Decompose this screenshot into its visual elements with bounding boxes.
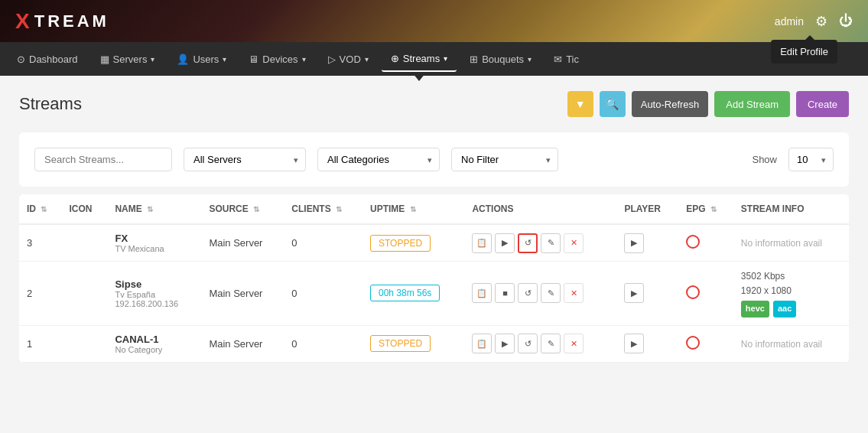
auto-refresh-button[interactable]: Auto-Refresh [632,91,709,117]
row-icon [62,325,108,362]
row-icon [62,224,108,262]
action-stop-btn[interactable]: ■ [495,283,515,303]
search-icon: 🔍 [606,98,619,110]
col-header-icon[interactable]: ICON [62,194,108,224]
stream-kbps: 3502 Kbps [741,269,841,284]
nav: ⊙ Dashboard ▦ Servers ▾ 👤 Users ▾ 🖥 Devi… [0,42,868,76]
streams-table-container: ID ⇅ ICON NAME ⇅ SOURCE ⇅ CLIENTS ⇅ UPTI… [19,194,849,363]
col-header-id[interactable]: ID ⇅ [19,194,62,224]
stream-codec-badges: hevc aac [741,301,841,317]
row-actions: 📋 ■ ↺ ✎ ✕ [464,262,616,326]
nav-label-devices: Devices [262,54,297,65]
tickets-icon: ✉ [554,54,562,65]
nav-item-bouquets[interactable]: ⊞ Bouquets ▾ [460,47,541,71]
chevron-down-icon: ▾ [444,54,447,63]
nav-item-servers[interactable]: ▦ Servers ▾ [91,47,164,71]
categories-select-wrapper: All Categories ▾ [317,148,440,171]
stream-name: CANAL-1 [115,334,193,345]
streams-table: ID ⇅ ICON NAME ⇅ SOURCE ⇅ CLIENTS ⇅ UPTI… [19,194,849,363]
streams-icon: ⊕ [391,53,399,64]
edit-profile-tooltip: Edit Profile [771,40,837,63]
chevron-down-icon: ▾ [302,55,306,63]
action-restart-btn[interactable]: ↺ [518,233,538,253]
player-play-btn[interactable]: ▶ [624,233,644,253]
col-header-name[interactable]: NAME ⇅ [107,194,201,224]
power-icon[interactable]: ⏻ [839,13,853,29]
col-header-epg[interactable]: EPG ⇅ [678,194,733,224]
stream-subtitle: Tv España [115,290,193,299]
table-row: 1 CANAL-1 No Category Main Server 0 STOP… [19,325,849,362]
row-epg [678,262,733,326]
col-header-actions: ACTIONS [464,194,616,224]
show-count-wrapper: 10 25 50 100 ▾ [788,148,834,171]
logo-x: X [15,9,33,34]
table-row: 3 FX TV Mexicana Main Server 0 STOPPED 📋 [19,224,849,262]
action-delete-btn[interactable]: ✕ [564,334,584,353]
settings-icon[interactable]: ⚙ [815,13,827,30]
action-edit-btn[interactable]: ✎ [541,283,561,303]
nav-item-devices[interactable]: 🖥 Devices ▾ [239,47,314,71]
add-stream-button[interactable]: Add Stream [714,91,790,117]
filter-select-wrapper: No Filter ▾ [451,148,558,171]
action-restart-btn[interactable]: ↺ [518,334,538,353]
action-file-btn[interactable]: 📋 [472,283,492,303]
row-uptime: 00h 38m 56s [362,262,464,326]
col-header-clients[interactable]: CLIENTS ⇅ [284,194,362,224]
logo: X TREAM [15,9,109,34]
action-play-btn[interactable]: ▶ [495,334,515,353]
stream-info-text: No information avail [741,339,822,350]
filter-button[interactable]: ▼ [567,91,593,117]
chevron-down-icon: ▾ [223,55,226,63]
stream-resolution: 1920 x 1080 [741,284,841,298]
uptime-badge-stopped: STOPPED [370,235,431,252]
filter-select[interactable]: No Filter [451,148,558,171]
player-play-btn[interactable]: ▶ [624,334,644,353]
page-title: Streams [19,94,82,114]
col-header-source[interactable]: SOURCE ⇅ [201,194,284,224]
servers-select[interactable]: All Servers Main Server [184,148,306,171]
row-player: ▶ [616,224,678,262]
action-file-btn[interactable]: 📋 [472,334,492,353]
chevron-down-icon: ▾ [528,55,532,63]
row-name-cell: FX TV Mexicana [107,224,201,262]
player-play-btn[interactable]: ▶ [624,283,644,303]
stream-info-details: 3502 Kbps 1920 x 1080 hevc aac [741,269,841,317]
uptime-badge-stopped: STOPPED [370,335,431,352]
streams-dropdown-indicator [413,73,425,81]
row-name-cell: Sipse Tv España 192.168.200.136 [107,262,201,326]
epg-indicator [686,235,700,249]
create-button[interactable]: Create [796,91,849,117]
search-input[interactable] [34,148,172,171]
nav-label-tickets: Tic [566,54,579,65]
vod-icon: ▷ [328,54,336,65]
action-delete-btn[interactable]: ✕ [564,233,584,253]
nav-item-streams[interactable]: ⊕ Streams ▾ [382,47,457,72]
nav-item-users[interactable]: 👤 Users ▾ [167,47,236,71]
chevron-down-icon: ▾ [365,55,369,63]
row-source: Main Server [201,262,284,326]
action-file-btn[interactable]: 📋 [472,233,492,253]
action-edit-btn[interactable]: ✎ [541,233,561,253]
nav-label-bouquets: Bouquets [482,54,524,65]
col-header-uptime[interactable]: UPTIME ⇅ [362,194,464,224]
row-id: 2 [19,262,62,326]
nav-item-tickets[interactable]: ✉ Tic [545,47,588,71]
header-right: admin ⚙ ⏻ Edit Profile [775,13,853,30]
table-row: 2 Sipse Tv España 192.168.200.136 Main S… [19,262,849,326]
show-count-select[interactable]: 10 25 50 100 [788,148,834,171]
search-button[interactable]: 🔍 [600,91,626,117]
action-restart-btn[interactable]: ↺ [518,283,538,303]
nav-item-dashboard[interactable]: ⊙ Dashboard [8,47,87,71]
row-source: Main Server [201,325,284,362]
nav-item-vod[interactable]: ▷ VOD ▾ [319,47,378,71]
chevron-down-icon: ▾ [151,55,154,63]
action-edit-btn[interactable]: ✎ [541,334,561,353]
row-player: ▶ [616,262,678,326]
categories-select[interactable]: All Categories [317,148,440,171]
row-epg [678,224,733,262]
action-delete-btn[interactable]: ✕ [564,283,584,303]
table-header-row: ID ⇅ ICON NAME ⇅ SOURCE ⇅ CLIENTS ⇅ UPTI… [19,194,849,224]
row-actions: 📋 ▶ ↺ ✎ ✕ [464,224,616,262]
action-play-btn[interactable]: ▶ [495,233,515,253]
stream-name: FX [115,233,193,244]
